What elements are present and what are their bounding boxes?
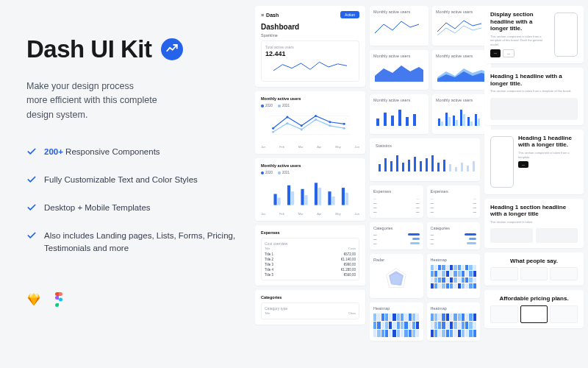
- svg-point-7: [315, 115, 317, 117]
- svg-rect-28: [376, 118, 379, 126]
- svg-point-6: [301, 124, 303, 127]
- heatmap-mini: Heatmap: [427, 254, 481, 298]
- dashboard-preview: ≡Dash Action Dashboard Sparkline Total a…: [255, 6, 365, 87]
- mau-bar-preview: Monthly active users 20202021 JanFebMarA…: [255, 158, 365, 221]
- table-row: Title 1€672,00: [265, 252, 356, 256]
- svg-rect-38: [467, 117, 470, 126]
- feature-item: Fully Customizable Text and Color Styles: [26, 174, 237, 185]
- table-row: Title 2€1.140,00: [265, 258, 356, 261]
- svg-rect-59: [455, 167, 457, 171]
- svg-rect-62: [473, 161, 475, 171]
- heading: Dashboard: [261, 23, 359, 31]
- sketch-icon: [26, 292, 41, 307]
- action-button[interactable]: Action: [340, 11, 359, 18]
- svg-rect-42: [456, 120, 458, 126]
- svg-rect-57: [443, 160, 445, 171]
- svg-marker-65: [390, 272, 404, 286]
- svg-rect-54: [426, 158, 428, 171]
- svg-rect-46: [379, 164, 381, 171]
- cta-button[interactable]: —: [490, 49, 501, 57]
- svg-point-8: [329, 121, 331, 123]
- svg-rect-48: [390, 161, 392, 171]
- radar-mini: Radar: [370, 254, 423, 298]
- svg-rect-43: [463, 114, 465, 126]
- tagline: Make your design process more efficient …: [26, 79, 237, 122]
- mini-area-chart: Monthly active users: [432, 50, 491, 90]
- stat-value: 12.441: [265, 50, 355, 57]
- heatmap-mini: Heatmap: [370, 302, 423, 341]
- svg-point-10: [272, 131, 274, 133]
- svg-rect-61: [467, 166, 469, 171]
- svg-rect-35: [445, 113, 448, 126]
- svg-rect-24: [304, 195, 307, 205]
- figma-icon: [51, 292, 66, 307]
- phone-frame-icon: [554, 13, 578, 57]
- svg-rect-50: [402, 163, 404, 171]
- testimonials-preview: What people say.: [484, 252, 584, 286]
- svg-rect-17: [287, 185, 290, 205]
- check-icon: [26, 230, 37, 241]
- svg-point-11: [286, 122, 288, 124]
- mini-bar-chart: Monthly active users: [370, 94, 429, 134]
- table-row: Title 5€560,00: [265, 273, 356, 277]
- svg-rect-44: [470, 121, 473, 126]
- check-icon: [26, 174, 37, 185]
- categories-mini: Categories ———: [370, 222, 423, 250]
- svg-point-9: [343, 123, 345, 125]
- cta-button[interactable]: —: [518, 161, 528, 168]
- heatmap-grid: [431, 265, 477, 289]
- feature-item: Also includes Landing pages, Lists, Form…: [26, 230, 237, 253]
- svg-rect-40: [441, 121, 443, 126]
- bar-chart: [261, 177, 359, 208]
- expenses-table-preview: Expenses Cost overview TitleCosts Title …: [255, 225, 365, 286]
- svg-rect-60: [461, 163, 463, 171]
- feature-list: 200+ Responsive Components Fully Customi…: [26, 146, 237, 253]
- preview-col-2: Monthly active users Monthly active user…: [370, 6, 480, 368]
- mini-line-chart: Monthly active users: [432, 6, 491, 46]
- svg-rect-25: [318, 188, 321, 205]
- phone-frame-icon: [490, 136, 514, 188]
- svg-rect-52: [414, 157, 416, 171]
- categories-mini: Categories ———: [427, 222, 481, 250]
- hero-preview: Heading 1 headline with a longer title. …: [484, 68, 584, 125]
- svg-rect-33: [413, 114, 416, 126]
- mau-line-preview: Monthly active users 20202021 JanFebMarA…: [255, 91, 365, 154]
- categories-preview: Categories Category type TitleClass: [255, 290, 365, 325]
- expenses-mini: Expenses ————————: [427, 185, 481, 218]
- marketing-panel: Dash UI Kit Make your design process mor…: [0, 0, 255, 368]
- svg-rect-49: [396, 155, 398, 171]
- hero-preview: Heading 1 headline with a longer title. …: [484, 130, 584, 194]
- svg-rect-51: [408, 160, 410, 171]
- svg-rect-36: [453, 116, 455, 126]
- svg-rect-21: [342, 188, 345, 205]
- feature-item: Desktop + Mobile Templates: [26, 202, 237, 213]
- svg-rect-22: [277, 198, 280, 205]
- svg-rect-29: [384, 113, 387, 126]
- table-row: Title 4€1.280,00: [265, 268, 356, 272]
- trend-up-icon: [165, 43, 179, 56]
- svg-rect-53: [420, 161, 422, 171]
- brand-label: ≡Dash: [261, 13, 279, 18]
- svg-point-14: [329, 124, 331, 127]
- feature-item: 200+ Responsive Components: [26, 146, 237, 158]
- stats-wide-bar: Statistics: [370, 138, 480, 181]
- preview-col-3: Display section headline with a longer t…: [484, 6, 584, 368]
- check-icon: [26, 146, 37, 157]
- mini-line-chart: Monthly active users: [370, 6, 429, 46]
- expenses-mini: Expenses ————————: [370, 185, 423, 218]
- cta-button-outline[interactable]: —: [503, 49, 514, 57]
- svg-point-15: [343, 127, 345, 130]
- svg-rect-26: [331, 197, 334, 205]
- svg-rect-45: [478, 118, 480, 126]
- svg-rect-27: [345, 193, 348, 205]
- media-placeholder: [490, 98, 578, 120]
- svg-rect-58: [449, 164, 451, 171]
- mini-area-chart: Monthly active users: [370, 50, 429, 90]
- svg-rect-31: [398, 110, 401, 126]
- svg-rect-56: [437, 163, 440, 171]
- svg-rect-30: [391, 116, 394, 126]
- sparkline-chart: [265, 60, 355, 74]
- hero-preview: Heading 1 section headline with a longer…: [484, 199, 584, 248]
- svg-point-0: [59, 297, 62, 301]
- svg-rect-19: [315, 183, 318, 205]
